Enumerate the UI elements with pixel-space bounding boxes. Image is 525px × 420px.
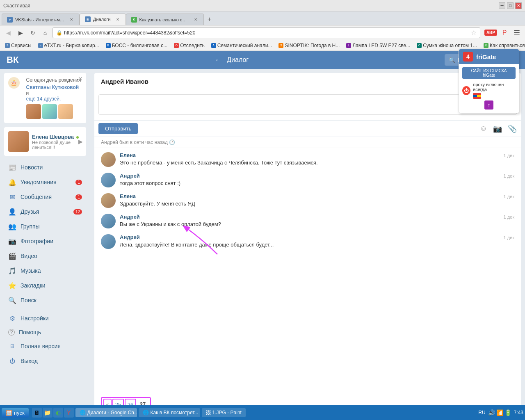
bookmark-kak-spravit[interactable]: К Как справиться с дел... — [482, 42, 525, 49]
home-button[interactable]: ⌂ — [40, 28, 50, 38]
sidebar-item-groups[interactable]: 👥 Группы — [4, 219, 86, 234]
search-nav-icon: 🔍 — [8, 296, 16, 304]
frigate-upload-button[interactable]: ↑ — [484, 100, 493, 110]
bookmark-icon-sumka: С — [417, 43, 422, 48]
sidebar-item-messages[interactable]: ✉ Сообщения 1 — [4, 189, 86, 204]
compose-textarea[interactable] — [98, 94, 517, 115]
sidebar-item-bookmarks[interactable]: ⭐ Закладки — [4, 278, 86, 293]
sidebar-item-help[interactable]: ? Помощь — [4, 326, 86, 339]
taskbar-task-dialogi[interactable]: 🌐 Диалоги - Google Ch... — [75, 408, 137, 417]
send-button[interactable]: Отправить — [98, 123, 138, 134]
user-block-expand-button[interactable]: ▶ — [78, 138, 83, 145]
tab-close-kak[interactable]: ✕ — [193, 17, 199, 23]
dialog-back-button[interactable]: ← — [215, 56, 222, 64]
bookmark-otsledit[interactable]: О Отследить — [172, 42, 206, 49]
dialog-header-title: Диалог — [227, 56, 249, 64]
sidebar-item-search[interactable]: 🔍 Поиск — [4, 293, 86, 308]
user-name[interactable]: Елена Шевцова — [32, 134, 82, 140]
taskbar-icons: 🖥 📁 ◐ Y — [32, 408, 74, 418]
sidebar-item-notifications[interactable]: 🔔 Уведомления 1 — [4, 175, 86, 189]
birthday-close-button[interactable]: ✕ — [78, 75, 83, 82]
birthday-person-name[interactable]: Светланы Кутюковой — [26, 84, 79, 90]
bookmark-sinoptik[interactable]: S SINOPTIK: Погода в Н... — [277, 42, 341, 49]
birthday-avatar-2 — [42, 104, 57, 119]
reload-button[interactable]: ↻ — [28, 28, 38, 38]
message-content-3: Елена 1 дек Здравствуйте. У меня есть ЯД — [120, 193, 514, 208]
sidebar-item-fullver[interactable]: 🖥 Полная версия — [4, 339, 86, 354]
sidebar-item-settings[interactable]: ⚙ Настройки — [4, 311, 86, 326]
tab-label-kak: Как узнать сколько сообщ... — [139, 17, 189, 22]
address-bar[interactable]: 🔒 https://m.vk.com/mail?act=show&peer=44… — [52, 27, 480, 38]
abp-button[interactable]: ABP — [484, 30, 497, 36]
tab-kak-uznat[interactable]: K Как узнать сколько сообщ... ✕ — [126, 14, 204, 25]
back-button[interactable]: ◀ — [3, 28, 13, 38]
taskbar-icon-y[interactable]: Y — [64, 408, 74, 418]
taskbar-icon-chrome[interactable]: ◐ — [53, 408, 63, 418]
taskbar-icon-1[interactable]: 🖥 — [32, 408, 42, 418]
taskbar-notify-area: RU — [478, 410, 485, 415]
help-icon: ? — [8, 329, 15, 336]
taskbar-icon-2[interactable]: 📁 — [43, 408, 52, 418]
vk-nav: 📰 Новости 🔔 Уведомления 1 ✉ Сообщения 1 — [4, 160, 86, 368]
bookmark-boss[interactable]: Б БОСС - биллинговая с... — [104, 42, 169, 49]
bookmark-sumka[interactable]: С Сумка жіноча оптом 1... — [415, 42, 479, 49]
vk-dialog-panel: Андрей Иванов ▼ Отправить ☺ 📷 📎 Андрей б… — [94, 73, 521, 416]
frigate-site-button[interactable]: САЙТ ИЗ СПИСКА friGate — [462, 67, 516, 79]
message-content-4: Андрей 1 дек Вы же с Украины и как с опл… — [120, 214, 514, 228]
message-header-3: Елена 1 дек — [120, 193, 514, 199]
taskbar-network-icon[interactable]: 📶 — [496, 409, 503, 416]
new-tab-button[interactable]: + — [204, 14, 215, 25]
taskbar-battery-icon[interactable]: 🔋 — [504, 409, 511, 416]
taskbar-time: 7:43 — [514, 410, 523, 415]
message-avatar-elena-2 — [101, 193, 116, 208]
sidebar-item-music[interactable]: 🎵 Музыка — [4, 263, 86, 278]
tab-dialogi[interactable]: В Диалоги ✕ — [80, 14, 126, 25]
dialog-header: Андрей Иванов ▼ — [94, 73, 521, 90]
birthday-suffix: и — [26, 90, 29, 96]
tab-close-vkstats[interactable]: ✕ — [68, 17, 74, 23]
video-icon: 🎬 — [8, 252, 16, 260]
bookmark-label-boss: БОСС - биллинговая с... — [112, 43, 168, 48]
sidebar-label-video: Видео — [21, 253, 37, 259]
birthday-friends-count[interactable]: ещё 14 друзей. — [26, 96, 61, 102]
bookmark-semantic[interactable]: А Семантический анали... — [210, 42, 274, 49]
frigate-power-button[interactable]: ⏻ — [462, 86, 470, 95]
bookmark-star-icon[interactable]: ☆ — [471, 29, 477, 37]
sidebar-item-friends[interactable]: 👤 Друзья 12 — [4, 204, 86, 219]
sidebar-item-news[interactable]: 📰 Новости — [4, 160, 86, 175]
vk-user-block: Елена Шевцова Не позволяй душе лениться!… — [4, 127, 86, 156]
menu-button[interactable]: ☰ — [512, 28, 522, 38]
emoji-button[interactable]: ☺ — [480, 124, 487, 133]
taskbar-task-kak[interactable]: 🌐 Как в ВК посмотрет... — [139, 408, 200, 417]
close-button[interactable]: ✕ — [515, 2, 522, 9]
tab-favicon-dialogi: В — [85, 16, 91, 22]
start-button[interactable]: 🪟 пуск — [2, 408, 29, 418]
frigate-title: friGate — [476, 53, 496, 60]
minimize-button[interactable]: ─ — [499, 2, 505, 9]
sidebar-item-photos[interactable]: 📷 Фотографии — [4, 234, 86, 249]
vk-logo[interactable]: ВК — [7, 55, 18, 65]
maximize-button[interactable]: □ — [507, 2, 514, 9]
birthday-avatars — [26, 104, 82, 119]
fullver-icon: 🖥 — [8, 342, 16, 350]
file-attach-button[interactable]: 📎 — [508, 124, 517, 133]
bookmark-servisy[interactable]: S Сервисы — [3, 42, 33, 49]
message-sender-4: Андрей — [120, 214, 140, 220]
bookmark-lampa[interactable]: L Лампа LED 5W E27 све... — [345, 42, 412, 49]
taskbar-sound-icon[interactable]: 🔊 — [488, 409, 495, 416]
nav-bar: ◀ ▶ ↻ ⌂ 🔒 https://m.vk.com/mail?act=show… — [0, 25, 525, 40]
tab-close-dialogi[interactable]: ✕ — [115, 16, 121, 22]
bookmark-etxt[interactable]: e eTXT.ru - Биржа копир... — [37, 42, 101, 49]
image-attach-button[interactable]: 📷 — [493, 124, 502, 133]
tab-vkstats[interactable]: v VKStats - Интернет-магази... ✕ — [2, 14, 80, 25]
bookmark-label-semantic: Семантический анали... — [217, 43, 272, 48]
birthday-text: Сегодня день рождения — [26, 77, 82, 83]
sidebar-item-logout[interactable]: ⏻ Выход — [4, 354, 86, 368]
sidebar-label-notifications: Уведомления — [21, 179, 57, 185]
sidebar-item-video[interactable]: 🎬 Видео — [4, 249, 86, 263]
profile-icon[interactable]: Р — [500, 28, 509, 38]
forward-button[interactable]: ▶ — [16, 28, 25, 38]
sidebar-label-settings: Настройки — [21, 315, 49, 322]
messages-list: Елена 1 дек Это не проблема - у меня ест… — [94, 148, 521, 393]
taskbar-task-paint[interactable]: 🖼 1.JPG - Paint — [202, 408, 246, 417]
